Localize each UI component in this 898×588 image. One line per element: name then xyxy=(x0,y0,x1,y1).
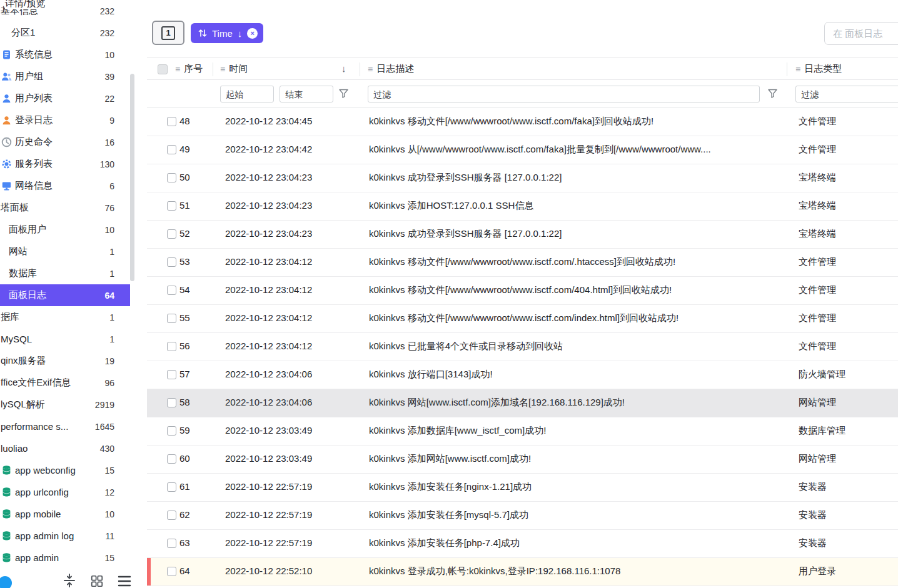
table-row[interactable]: 482022-10-12 23:04:45k0kinkvs 移动文件[/www/… xyxy=(147,108,898,136)
time-sort-arrow-icon[interactable]: ↓ xyxy=(341,63,346,74)
column-divider xyxy=(213,62,213,76)
row-checkbox[interactable] xyxy=(167,201,176,211)
sidebar-item-count: 9 xyxy=(109,116,114,126)
row-checkbox[interactable] xyxy=(167,539,176,548)
row-checkbox[interactable] xyxy=(167,257,176,267)
row-checkbox[interactable] xyxy=(167,370,176,379)
sidebar-item-panel-logs[interactable]: 面板日志64 xyxy=(0,284,130,306)
status-dot-icon[interactable] xyxy=(0,576,12,588)
sidebar-item-user-groups[interactable]: 用户组39 xyxy=(0,66,130,87)
sidebar-item-performance[interactable]: performance s...1645 xyxy=(0,416,130,437)
time-start-filter-input[interactable] xyxy=(220,86,274,102)
sidebar-item-count: 10 xyxy=(104,50,114,60)
sidebar-item-websites[interactable]: 网站1 xyxy=(0,241,130,262)
sidebar-item-history-commands[interactable]: 历史命令16 xyxy=(0,131,130,153)
table-row[interactable]: 622022-10-12 22:57:19k0kinkvs 添加安装任务[mys… xyxy=(147,502,898,530)
table-row[interactable]: 592022-10-12 23:03:49k0kinkvs 添加数据库[www_… xyxy=(147,417,898,446)
table-row[interactable]: 572022-10-12 23:04:06k0kinkvs 放行端口[3143]… xyxy=(147,361,898,389)
row-checkbox[interactable] xyxy=(167,314,176,323)
table-row[interactable]: 552022-10-12 23:04:12k0kinkvs 移动文件[/www/… xyxy=(147,305,898,333)
row-checkbox[interactable] xyxy=(167,145,176,154)
time-filter-funnel-icon[interactable] xyxy=(338,88,349,101)
description-filter-input[interactable] xyxy=(368,86,760,102)
column-header-time[interactable]: ≡ 时间 xyxy=(220,63,248,75)
column-header-seq[interactable]: ≡ 序号 xyxy=(175,63,203,75)
table-row[interactable]: 582022-10-12 23:04:06k0kinkvs 网站[www.isc… xyxy=(147,389,898,417)
list-view-button[interactable] xyxy=(117,574,132,588)
db-icon xyxy=(1,509,12,519)
column-header-type[interactable]: ≡ 日志类型 xyxy=(795,63,842,75)
row-checkbox[interactable] xyxy=(167,426,176,436)
sidebar-item-office-exif[interactable]: ffice文件Exif信息96 xyxy=(0,372,130,394)
select-all-checkbox[interactable] xyxy=(158,64,168,74)
sidebar-item-count: 1 xyxy=(109,269,114,279)
row-number: 48 xyxy=(179,116,190,126)
sidebar-item-system-info[interactable]: 系统信息10 xyxy=(0,44,130,66)
row-type: 网站管理 xyxy=(799,453,836,465)
column-header-description[interactable]: ≡ 日志描述 xyxy=(368,63,414,75)
sidebar-item-nginx-server[interactable]: qinx服务器19 xyxy=(0,350,130,372)
row-checkbox[interactable] xyxy=(167,117,176,126)
sidebar-item-login-logs[interactable]: 登录日志9 xyxy=(0,109,130,131)
sidebar-item-network-info[interactable]: 网络信息6 xyxy=(0,175,130,197)
row-description: k0kinkvs 添加安装任务[mysql-5.7]成功 xyxy=(369,509,782,521)
table-row[interactable]: 612022-10-12 22:57:19k0kinkvs 添加安装任务[ngi… xyxy=(147,474,898,502)
time-end-filter-input[interactable] xyxy=(280,86,333,102)
table-row[interactable]: 602022-10-12 23:03:49k0kinkvs 添加网站[www.i… xyxy=(147,446,898,474)
details-preview-tab[interactable]: 详情/预览 xyxy=(5,0,49,9)
table-row[interactable]: 492022-10-12 23:04:42k0kinkvs 从[/www/www… xyxy=(147,136,898,164)
align-vertical-center-button[interactable] xyxy=(62,573,77,588)
filter-row xyxy=(147,80,898,108)
row-checkbox[interactable] xyxy=(167,482,176,492)
sidebar-item-app-urlconfig[interactable]: app urlconfig12 xyxy=(0,481,130,503)
sidebar-item-app-admin-log[interactable]: app admin log11 xyxy=(0,525,130,547)
sidebar-item-count: 232 xyxy=(100,28,114,38)
sidebar-item-label: performance s... xyxy=(1,421,68,432)
sidebar-item-database-2[interactable]: 据库1 xyxy=(0,306,130,328)
sidebar-item-user-list[interactable]: 用户列表22 xyxy=(0,87,130,109)
table-row[interactable]: 532022-10-12 23:04:12k0kinkvs 移动文件[/www/… xyxy=(147,249,898,277)
description-filter-funnel-icon[interactable] xyxy=(767,88,778,101)
table-row[interactable]: 512022-10-12 23:04:23k0kinkvs 添加HOST:127… xyxy=(147,192,898,221)
type-filter-input[interactable] xyxy=(795,86,898,102)
table-row[interactable]: 542022-10-12 23:04:12k0kinkvs 移动文件[/www/… xyxy=(147,277,898,305)
sidebar-item-label: 数据库 xyxy=(9,267,37,279)
row-checkbox[interactable] xyxy=(167,173,176,182)
sidebar-item-app-admin[interactable]: app admin15 xyxy=(0,547,130,569)
table-row[interactable]: 642022-10-12 22:52:10k0kinkvs 登录成功,帐号:k0… xyxy=(147,558,898,586)
column-menu-icon: ≡ xyxy=(220,64,225,74)
sidebar-item-bt-panel[interactable]: 塔面板76 xyxy=(0,197,130,219)
row-checkbox[interactable] xyxy=(167,229,176,239)
remove-sort-icon[interactable]: × xyxy=(247,28,258,39)
sidebar-item-partition-1[interactable]: 分区1232 xyxy=(0,22,130,44)
sort-pill-time[interactable]: Time ↓ × xyxy=(191,23,263,43)
column-header-type-label: 日志类型 xyxy=(804,63,842,75)
sidebar-item-panel-users[interactable]: 面板用户10 xyxy=(0,219,130,241)
row-checkbox[interactable] xyxy=(167,398,176,407)
table-row[interactable]: 562022-10-12 23:04:12k0kinkvs 已批量将4个文件或目… xyxy=(147,333,898,361)
table-row[interactable]: 502022-10-12 23:04:23k0kinkvs 成功登录到SSH服务… xyxy=(147,164,898,192)
sidebar-item-luoliao[interactable]: luoliao430 xyxy=(0,437,130,459)
db-icon xyxy=(1,552,12,563)
row-type: 宝塔终端 xyxy=(799,200,836,212)
sidebar-item-app-webconfig[interactable]: app webconfig15 xyxy=(0,459,130,481)
row-checkbox[interactable] xyxy=(167,454,176,464)
sidebar-item-app-mobile[interactable]: app mobile10 xyxy=(0,503,130,525)
row-checkbox[interactable] xyxy=(167,342,176,351)
sidebar-item-service-list[interactable]: 服务列表130 xyxy=(0,153,130,175)
sidebar-scrollbar[interactable] xyxy=(130,74,134,281)
row-checkbox[interactable] xyxy=(167,286,176,295)
table-row[interactable]: 522022-10-12 23:04:23k0kinkvs 成功登录到SSH服务… xyxy=(147,221,898,249)
sidebar-item-mysql[interactable]: MySQL1 xyxy=(0,328,130,350)
grid-view-button[interactable] xyxy=(90,574,104,588)
align-vertical-center-icon xyxy=(62,573,77,588)
row-checkbox[interactable] xyxy=(167,511,176,520)
table-row[interactable]: 632022-10-12 22:57:19k0kinkvs 添加安装任务[php… xyxy=(147,530,898,558)
sidebar-item-mysql-parse[interactable]: lySQL解析2919 xyxy=(0,394,130,416)
sidebar-item-databases[interactable]: 数据库1 xyxy=(0,262,130,284)
row-type: 网站管理 xyxy=(799,397,836,409)
row-number: 60 xyxy=(179,453,190,464)
page-button[interactable]: 1 xyxy=(152,21,184,45)
search-input[interactable] xyxy=(824,22,898,45)
row-checkbox[interactable] xyxy=(167,567,176,576)
